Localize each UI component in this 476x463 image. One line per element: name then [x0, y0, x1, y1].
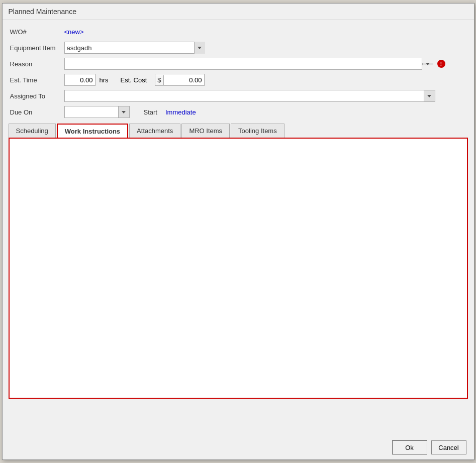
- est-cost-label: Est. Cost: [121, 76, 147, 84]
- cancel-button[interactable]: Cancel: [431, 440, 466, 454]
- due-row: Due On Start Immediate: [10, 105, 466, 119]
- tab-work-instructions[interactable]: Work Instructions: [57, 124, 128, 138]
- equipment-row: Equipment Item asdgadh: [10, 41, 466, 54]
- wo-row: W/O# <new>: [10, 25, 466, 38]
- due-label: Due On: [10, 108, 60, 116]
- tab-scheduling[interactable]: Scheduling: [9, 124, 56, 138]
- est-time-unit: hrs: [100, 76, 109, 84]
- tab-content-area: [9, 138, 468, 399]
- due-input[interactable]: [64, 106, 119, 118]
- required-icon: !: [437, 60, 445, 68]
- est-time-input[interactable]: [65, 75, 95, 85]
- due-dropdown-btn[interactable]: [119, 106, 130, 118]
- tab-mro-items[interactable]: MRO Items: [181, 124, 230, 138]
- tab-attachments[interactable]: Attachments: [129, 124, 180, 138]
- tab-section: Scheduling Work Instructions Attachments…: [3, 124, 474, 399]
- est-cost-wrapper: $: [155, 74, 204, 86]
- reason-dropdown-wrapper: [64, 58, 433, 70]
- reason-dropdown-arrow[interactable]: [422, 63, 433, 65]
- est-time-label: Est. Time: [10, 76, 60, 84]
- est-cost-input[interactable]: [164, 75, 204, 85]
- chevron-down-icon: [426, 63, 430, 65]
- chevron-down-icon: [122, 111, 126, 113]
- tab-tooling-items[interactable]: Tooling Items: [231, 124, 284, 138]
- assigned-label: Assigned To: [10, 92, 60, 100]
- start-label: Start: [144, 108, 157, 116]
- reason-row: Reason !: [10, 57, 466, 70]
- dialog-title: Planned Maintenance: [3, 4, 474, 20]
- ok-button[interactable]: Ok: [392, 440, 427, 454]
- wo-new-link[interactable]: <new>: [64, 28, 84, 36]
- button-row: Ok Cancel: [3, 435, 474, 459]
- tabs-header: Scheduling Work Instructions Attachments…: [9, 124, 468, 138]
- reason-label: Reason: [10, 60, 60, 68]
- wo-label: W/O#: [10, 28, 60, 36]
- assigned-input[interactable]: [64, 90, 424, 102]
- est-row: Est. Time hrs Est. Cost $: [10, 73, 466, 86]
- equipment-select[interactable]: asdgadh: [64, 42, 205, 54]
- assigned-row: Assigned To: [10, 89, 466, 102]
- chevron-down-icon: [427, 95, 431, 97]
- planned-maintenance-dialog: Planned Maintenance W/O# <new> Equipment…: [2, 3, 474, 460]
- form-area: W/O# <new> Equipment Item asdgadh Reason: [3, 20, 474, 124]
- dollar-sign: $: [155, 75, 163, 85]
- immediate-link[interactable]: Immediate: [165, 108, 196, 116]
- equipment-dropdown-wrapper: asdgadh: [64, 42, 205, 54]
- equipment-label: Equipment Item: [10, 44, 60, 52]
- assigned-dropdown-btn[interactable]: [424, 90, 435, 102]
- reason-input[interactable]: [64, 58, 422, 70]
